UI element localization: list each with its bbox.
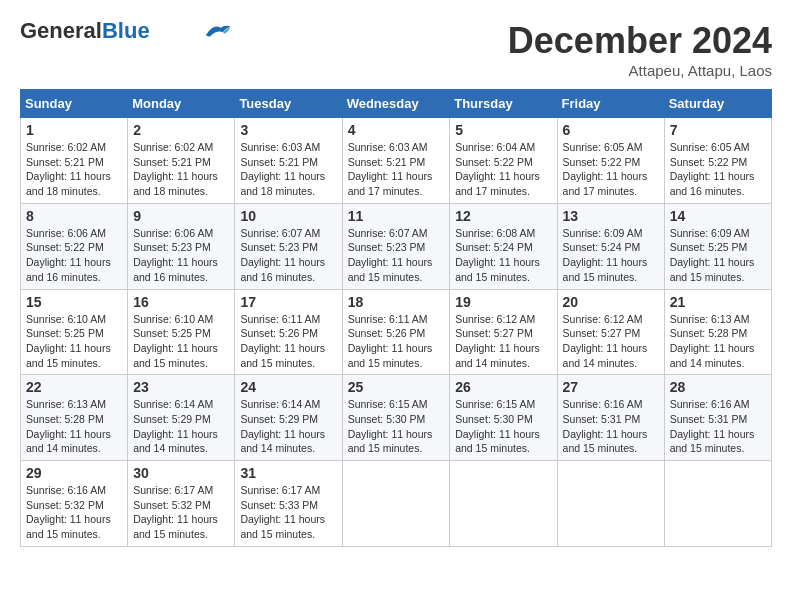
calendar-cell <box>450 461 557 547</box>
calendar-cell: 7Sunrise: 6:05 AM Sunset: 5:22 PM Daylig… <box>664 118 771 204</box>
day-number: 26 <box>455 379 551 395</box>
day-info: Sunrise: 6:05 AM Sunset: 5:22 PM Dayligh… <box>670 140 766 199</box>
calendar-cell: 8Sunrise: 6:06 AM Sunset: 5:22 PM Daylig… <box>21 203 128 289</box>
calendar-cell: 28Sunrise: 6:16 AM Sunset: 5:31 PM Dayli… <box>664 375 771 461</box>
day-info: Sunrise: 6:02 AM Sunset: 5:21 PM Dayligh… <box>26 140 122 199</box>
day-number: 10 <box>240 208 336 224</box>
day-info: Sunrise: 6:04 AM Sunset: 5:22 PM Dayligh… <box>455 140 551 199</box>
day-info: Sunrise: 6:07 AM Sunset: 5:23 PM Dayligh… <box>348 226 445 285</box>
day-number: 20 <box>563 294 659 310</box>
day-of-week-header: Monday <box>128 90 235 118</box>
day-info: Sunrise: 6:07 AM Sunset: 5:23 PM Dayligh… <box>240 226 336 285</box>
day-number: 23 <box>133 379 229 395</box>
calendar-cell: 2Sunrise: 6:02 AM Sunset: 5:21 PM Daylig… <box>128 118 235 204</box>
calendar-cell <box>342 461 450 547</box>
day-of-week-header: Thursday <box>450 90 557 118</box>
day-number: 22 <box>26 379 122 395</box>
location: Attapeu, Attapu, Laos <box>508 62 772 79</box>
calendar-cell: 23Sunrise: 6:14 AM Sunset: 5:29 PM Dayli… <box>128 375 235 461</box>
day-of-week-header: Wednesday <box>342 90 450 118</box>
title-block: December 2024 Attapeu, Attapu, Laos <box>508 20 772 79</box>
logo-text: GeneralBlue <box>20 20 150 42</box>
day-number: 9 <box>133 208 229 224</box>
day-info: Sunrise: 6:15 AM Sunset: 5:30 PM Dayligh… <box>455 397 551 456</box>
calendar-cell: 29Sunrise: 6:16 AM Sunset: 5:32 PM Dayli… <box>21 461 128 547</box>
calendar-body: 1Sunrise: 6:02 AM Sunset: 5:21 PM Daylig… <box>21 118 772 547</box>
day-info: Sunrise: 6:06 AM Sunset: 5:22 PM Dayligh… <box>26 226 122 285</box>
day-info: Sunrise: 6:15 AM Sunset: 5:30 PM Dayligh… <box>348 397 445 456</box>
calendar-cell: 30Sunrise: 6:17 AM Sunset: 5:32 PM Dayli… <box>128 461 235 547</box>
day-info: Sunrise: 6:08 AM Sunset: 5:24 PM Dayligh… <box>455 226 551 285</box>
logo: GeneralBlue <box>20 20 232 42</box>
day-of-week-header: Sunday <box>21 90 128 118</box>
calendar-cell: 17Sunrise: 6:11 AM Sunset: 5:26 PM Dayli… <box>235 289 342 375</box>
day-number: 19 <box>455 294 551 310</box>
day-number: 14 <box>670 208 766 224</box>
calendar-week-row: 8Sunrise: 6:06 AM Sunset: 5:22 PM Daylig… <box>21 203 772 289</box>
day-number: 5 <box>455 122 551 138</box>
day-info: Sunrise: 6:03 AM Sunset: 5:21 PM Dayligh… <box>348 140 445 199</box>
calendar-cell: 11Sunrise: 6:07 AM Sunset: 5:23 PM Dayli… <box>342 203 450 289</box>
calendar-week-row: 22Sunrise: 6:13 AM Sunset: 5:28 PM Dayli… <box>21 375 772 461</box>
day-info: Sunrise: 6:17 AM Sunset: 5:33 PM Dayligh… <box>240 483 336 542</box>
day-number: 28 <box>670 379 766 395</box>
day-info: Sunrise: 6:10 AM Sunset: 5:25 PM Dayligh… <box>133 312 229 371</box>
calendar-cell: 26Sunrise: 6:15 AM Sunset: 5:30 PM Dayli… <box>450 375 557 461</box>
page-header: GeneralBlue December 2024 Attapeu, Attap… <box>20 20 772 79</box>
day-of-week-header: Tuesday <box>235 90 342 118</box>
day-number: 3 <box>240 122 336 138</box>
calendar-cell: 27Sunrise: 6:16 AM Sunset: 5:31 PM Dayli… <box>557 375 664 461</box>
calendar-week-row: 29Sunrise: 6:16 AM Sunset: 5:32 PM Dayli… <box>21 461 772 547</box>
day-info: Sunrise: 6:14 AM Sunset: 5:29 PM Dayligh… <box>240 397 336 456</box>
day-info: Sunrise: 6:17 AM Sunset: 5:32 PM Dayligh… <box>133 483 229 542</box>
day-number: 11 <box>348 208 445 224</box>
day-number: 2 <box>133 122 229 138</box>
day-number: 30 <box>133 465 229 481</box>
calendar-cell: 9Sunrise: 6:06 AM Sunset: 5:23 PM Daylig… <box>128 203 235 289</box>
calendar-cell: 1Sunrise: 6:02 AM Sunset: 5:21 PM Daylig… <box>21 118 128 204</box>
calendar-cell: 31Sunrise: 6:17 AM Sunset: 5:33 PM Dayli… <box>235 461 342 547</box>
calendar-cell: 13Sunrise: 6:09 AM Sunset: 5:24 PM Dayli… <box>557 203 664 289</box>
day-number: 7 <box>670 122 766 138</box>
day-number: 12 <box>455 208 551 224</box>
calendar-week-row: 15Sunrise: 6:10 AM Sunset: 5:25 PM Dayli… <box>21 289 772 375</box>
day-info: Sunrise: 6:13 AM Sunset: 5:28 PM Dayligh… <box>26 397 122 456</box>
calendar-cell: 25Sunrise: 6:15 AM Sunset: 5:30 PM Dayli… <box>342 375 450 461</box>
calendar-cell: 19Sunrise: 6:12 AM Sunset: 5:27 PM Dayli… <box>450 289 557 375</box>
day-number: 17 <box>240 294 336 310</box>
calendar-week-row: 1Sunrise: 6:02 AM Sunset: 5:21 PM Daylig… <box>21 118 772 204</box>
day-number: 8 <box>26 208 122 224</box>
day-number: 1 <box>26 122 122 138</box>
calendar-cell: 10Sunrise: 6:07 AM Sunset: 5:23 PM Dayli… <box>235 203 342 289</box>
day-number: 16 <box>133 294 229 310</box>
calendar-cell: 6Sunrise: 6:05 AM Sunset: 5:22 PM Daylig… <box>557 118 664 204</box>
day-number: 13 <box>563 208 659 224</box>
day-info: Sunrise: 6:10 AM Sunset: 5:25 PM Dayligh… <box>26 312 122 371</box>
month-title: December 2024 <box>508 20 772 62</box>
day-info: Sunrise: 6:16 AM Sunset: 5:31 PM Dayligh… <box>670 397 766 456</box>
day-number: 15 <box>26 294 122 310</box>
calendar-cell <box>557 461 664 547</box>
day-info: Sunrise: 6:09 AM Sunset: 5:24 PM Dayligh… <box>563 226 659 285</box>
day-info: Sunrise: 6:11 AM Sunset: 5:26 PM Dayligh… <box>240 312 336 371</box>
calendar-cell: 24Sunrise: 6:14 AM Sunset: 5:29 PM Dayli… <box>235 375 342 461</box>
calendar-cell: 21Sunrise: 6:13 AM Sunset: 5:28 PM Dayli… <box>664 289 771 375</box>
day-info: Sunrise: 6:11 AM Sunset: 5:26 PM Dayligh… <box>348 312 445 371</box>
day-number: 24 <box>240 379 336 395</box>
day-info: Sunrise: 6:16 AM Sunset: 5:32 PM Dayligh… <box>26 483 122 542</box>
logo-bird-icon <box>202 21 232 39</box>
day-info: Sunrise: 6:13 AM Sunset: 5:28 PM Dayligh… <box>670 312 766 371</box>
day-info: Sunrise: 6:12 AM Sunset: 5:27 PM Dayligh… <box>455 312 551 371</box>
day-number: 6 <box>563 122 659 138</box>
calendar-header-row: SundayMondayTuesdayWednesdayThursdayFrid… <box>21 90 772 118</box>
day-info: Sunrise: 6:06 AM Sunset: 5:23 PM Dayligh… <box>133 226 229 285</box>
day-number: 18 <box>348 294 445 310</box>
calendar-cell: 3Sunrise: 6:03 AM Sunset: 5:21 PM Daylig… <box>235 118 342 204</box>
day-info: Sunrise: 6:16 AM Sunset: 5:31 PM Dayligh… <box>563 397 659 456</box>
calendar-cell: 22Sunrise: 6:13 AM Sunset: 5:28 PM Dayli… <box>21 375 128 461</box>
day-number: 25 <box>348 379 445 395</box>
day-info: Sunrise: 6:14 AM Sunset: 5:29 PM Dayligh… <box>133 397 229 456</box>
day-number: 21 <box>670 294 766 310</box>
calendar-cell: 16Sunrise: 6:10 AM Sunset: 5:25 PM Dayli… <box>128 289 235 375</box>
calendar-cell <box>664 461 771 547</box>
